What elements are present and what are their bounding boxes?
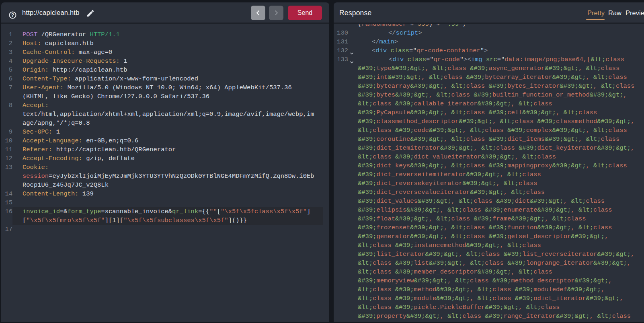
svg-text:?: ? [11,12,14,18]
